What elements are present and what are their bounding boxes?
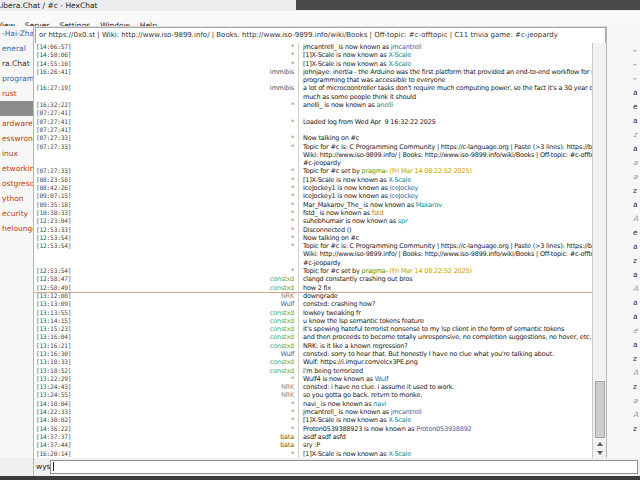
user-list-item[interactable]: z <box>607 254 640 268</box>
channel-item[interactable]: eneral <box>0 41 33 56</box>
user-list-item[interactable]: a <box>607 86 640 100</box>
user-list-item[interactable]: A <box>607 408 640 422</box>
user-list-item[interactable]: A <box>607 212 640 226</box>
chat-line: #c-jeopardy <box>34 259 592 267</box>
message-text: fstd_ is now known as fstd <box>299 209 592 217</box>
chat-scrollbar[interactable] <box>592 43 607 458</box>
user-list-item[interactable]: a <box>607 114 640 128</box>
nick-gutter: * <box>80 375 299 383</box>
message-text: i'm being terrorized <box>299 367 592 375</box>
message-text: Now talking on #c <box>299 234 592 242</box>
chat-line: [07:27:41]*Loaded log from Wed Apr 9 16:… <box>34 118 592 126</box>
topic-bar[interactable]: or https://0x0.st | Wiki: http://www.iso… <box>35 27 606 44</box>
timestamp: [12:53:33] <box>34 226 80 234</box>
user-list-item[interactable]: a <box>607 268 640 282</box>
channel-item[interactable]: ostgresq <box>0 176 33 191</box>
user-list-item[interactable]: a <box>607 310 640 324</box>
chat-line: much as some people think it should <box>34 93 592 101</box>
channel-item[interactable]: rust <box>0 86 33 101</box>
channel-item[interactable]: ecurity <box>0 206 33 221</box>
nick-gutter: * <box>80 408 299 416</box>
chat-line: [16:27:19]immibisa lot of microcoontroll… <box>34 84 592 92</box>
chat-log: [14:06:57]*jmcantrell_ is now known as j… <box>34 43 592 458</box>
user-list-item[interactable]: a <box>607 156 640 170</box>
chat-line: [07:27:33]*Now talking on #c <box>34 134 592 142</box>
channel-item[interactable]: etworkin <box>0 161 33 176</box>
message-text: anelli_ is now known as anelli <box>299 101 592 109</box>
chat-line: [12:53:54]*Now talking on #c <box>34 234 592 242</box>
message-text: Topic for #c is: C Programming Community… <box>299 143 592 151</box>
scrollbar-thumb[interactable] <box>595 381 605 438</box>
message-text: navi_ is now known as navi <box>299 400 592 408</box>
timestamp: [14:36:22] <box>34 425 80 433</box>
own-nick-label[interactable]: wys <box>36 462 50 471</box>
message-text: so you gotta go back. retvrn to monke. <box>299 391 592 399</box>
timestamp: [13:18:52] <box>34 367 80 375</box>
message-input[interactable] <box>50 460 638 474</box>
user-list-item[interactable]: e <box>607 100 640 114</box>
nick-gutter: NRK <box>80 383 299 391</box>
channel-item[interactable]: programm <box>0 71 33 86</box>
nick-gutter: constxd <box>80 342 299 350</box>
user-list-item[interactable]: a <box>607 296 640 310</box>
nick-gutter: constxd <box>80 358 299 366</box>
scroll-down-button[interactable] <box>593 449 607 457</box>
user-list-item[interactable]: e <box>607 226 640 240</box>
chat-line: [12:53:54]*Topic for #c set by pragma- (… <box>34 267 592 275</box>
timestamp <box>34 151 80 159</box>
chat-line: [09:07:15]*IceJockey1 is now known as Ic… <box>34 192 592 200</box>
message-text: IceJockey1 is now known as IceJockey <box>299 192 592 200</box>
nick-gutter <box>80 159 299 167</box>
user-list-item[interactable]: A <box>607 366 640 380</box>
user-list-item[interactable]: A <box>607 282 640 296</box>
timestamp: [13:24:43] <box>34 383 80 391</box>
chat-line: [13:24:43]NRKconstxd: i have no clue. i … <box>34 383 592 391</box>
channel-item[interactable]: ardware <box>0 116 33 131</box>
user-list-item[interactable]: – <box>607 72 640 86</box>
chat-line: [14:55:10]*[1]X-Scale is now known as X-… <box>34 60 592 68</box>
nick-gutter: * <box>80 209 299 217</box>
nick-gutter: constxd <box>80 325 299 333</box>
message-text: Now talking on #c <box>299 134 592 142</box>
message-text: Loaded log from Wed Apr 9 16:32:22 2025 <box>299 118 592 126</box>
channel-item-selected[interactable] <box>0 101 33 116</box>
user-list-item[interactable]: e <box>607 324 640 338</box>
user-list-item[interactable]: z <box>607 380 640 394</box>
user-list-item[interactable]: z <box>607 422 640 436</box>
nick-gutter: immibis <box>80 84 299 92</box>
nick-gutter: * <box>80 184 299 192</box>
user-list-item[interactable]: a <box>607 240 640 254</box>
channel-item[interactable]: ython <box>0 191 33 206</box>
channel-item[interactable]: helounge <box>0 221 33 236</box>
user-list-item[interactable]: a <box>607 394 640 408</box>
timestamp: [13:14:15] <box>34 317 80 325</box>
timestamp <box>34 159 80 167</box>
channel-item[interactable]: inux <box>0 146 33 161</box>
chat-line: [12:58:49]constxdhow 2 fix <box>34 284 592 292</box>
channel-item[interactable]: -Hai-Zha <box>0 26 33 41</box>
scroll-up-button[interactable] <box>593 440 607 448</box>
channel-tree[interactable]: -Hai-Zhaeneralra.Chatprogrammrustardware… <box>0 26 34 458</box>
chat-line: [12:23:04]*suhebhumair is now known as s… <box>34 217 592 225</box>
nick-gutter: constxd <box>80 275 299 283</box>
timestamp: [14:37:44] <box>34 441 80 449</box>
user-list[interactable]: –––aeazaaazaAeazaAaaeazAzaAzA <box>607 44 640 436</box>
message-text: #c-jeopardy <box>299 159 592 167</box>
timestamp: [10:38:33] <box>34 209 80 217</box>
channel-item[interactable]: esswrong <box>0 131 33 146</box>
user-list-item[interactable]: a <box>607 170 640 184</box>
user-list-item[interactable]: a <box>607 142 640 156</box>
user-list-item[interactable]: z <box>607 184 640 198</box>
chat-line: [13:16:21]constxdNRK: is it like a known… <box>34 342 592 350</box>
user-list-item[interactable]: – <box>607 58 640 72</box>
timestamp: [13:12:08] <box>34 292 80 300</box>
user-list-item[interactable]: z <box>607 352 640 366</box>
channel-item[interactable]: ra.Chat <box>0 56 33 71</box>
titlebar-dark-region <box>296 0 640 10</box>
timestamp: [07:27:41] <box>34 126 80 134</box>
user-list-item[interactable]: – <box>607 44 640 58</box>
user-list-item[interactable]: a <box>607 198 640 212</box>
user-list-item[interactable]: z <box>607 128 640 142</box>
user-list-item[interactable]: a <box>607 338 640 352</box>
chat-line: [13:14:15]constxdu know the lsp semantic… <box>34 317 592 325</box>
